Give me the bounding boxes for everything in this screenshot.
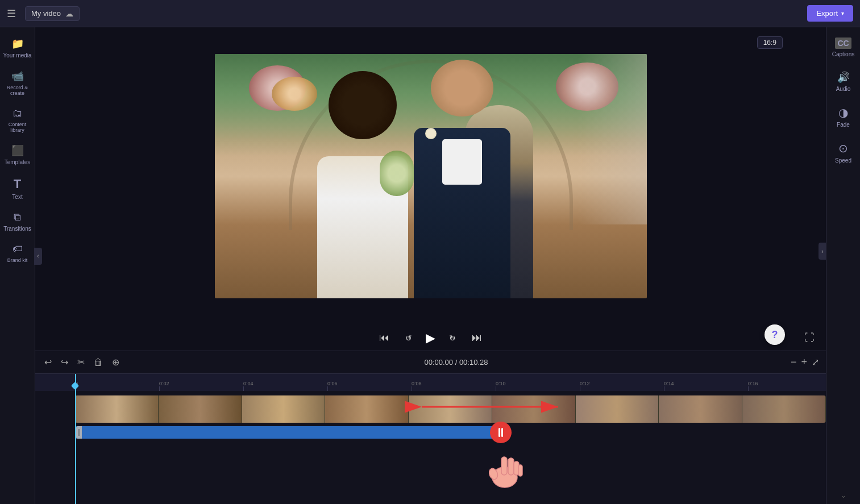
right-panel-fade[interactable]: ◑ Fade — [826, 100, 860, 134]
topbar: ☰ My video ☁ Export ▾ — [0, 0, 860, 27]
delete-button[interactable]: 🗑 — [92, 356, 105, 369]
record-create-icon: 📹 — [11, 70, 24, 82]
sidebar-label-brand-kit: Brand kit — [7, 257, 28, 263]
transitions-icon: ⧉ — [14, 211, 21, 223]
cloud-icon: ☁ — [65, 9, 73, 18]
cursor-hand-annotation — [489, 444, 523, 492]
wedding-scene — [215, 54, 647, 298]
redo-button[interactable]: ↪ — [59, 356, 70, 369]
timeline-zoom-controls: − + ⤢ — [791, 356, 819, 368]
zoom-in-button[interactable]: + — [801, 356, 807, 368]
preview-area: 16:9 — [35, 27, 826, 325]
templates-icon: ⬛ — [11, 144, 24, 157]
brand-kit-icon: 🏷 — [13, 243, 23, 255]
timeline-tracks — [35, 391, 826, 504]
timeline-timecode: 00:00.00 / 00:10.28 — [126, 358, 786, 366]
sidebar-label-content-library: Contentlibrary — [9, 122, 27, 133]
audio-track-row — [35, 426, 826, 442]
audio-icon: 🔊 — [837, 71, 850, 84]
video-preview — [215, 54, 647, 298]
export-button[interactable]: Export ▾ — [807, 5, 853, 22]
video-track[interactable] — [75, 395, 826, 423]
rewind-5s-button[interactable]: ↺ 5 — [403, 331, 414, 345]
undo-button[interactable]: ↩ — [42, 356, 54, 369]
left-sidebar: 📁 Your media 📹 Record &create 🗂 Contentl… — [0, 27, 35, 504]
timeline-area: ↩ ↪ ✂ 🗑 ⊕ 00:00.00 / 00:10.28 − + ⤢ 0 — [35, 351, 826, 504]
right-panel-expand-bottom[interactable]: ⌄ — [826, 490, 860, 499]
sidebar-item-templates[interactable]: ⬛ Templates — [0, 139, 35, 171]
sidebar-label-transitions: Transitions — [3, 226, 31, 232]
svg-point-4 — [492, 467, 517, 488]
sidebar-item-your-media[interactable]: 📁 Your media — [0, 32, 35, 64]
right-panel-captions[interactable]: CC Captions — [826, 32, 860, 63]
aspect-ratio-badge: 16:9 — [757, 36, 783, 49]
sidebar-item-transitions[interactable]: ⧉ Transitions — [0, 206, 35, 238]
zoom-out-button[interactable]: − — [791, 356, 797, 368]
video-title[interactable]: My video ☁ — [25, 6, 80, 21]
text-icon: T — [14, 177, 21, 191]
sidebar-collapse-button[interactable]: ‹ — [34, 248, 42, 265]
playback-controls: ⏮ ↺ 5 ▶ ↻ 5 ⏭ ⛶ — [35, 325, 826, 351]
forward-5s-button[interactable]: ↻ 5 — [447, 331, 458, 345]
skip-to-end-button[interactable]: ⏭ — [470, 330, 484, 346]
sidebar-item-record-create[interactable]: 📹 Record &create — [0, 64, 35, 102]
fade-icon: ◑ — [838, 106, 848, 119]
right-panel-speed[interactable]: ⊙ Speed — [826, 136, 860, 169]
captions-label: Captions — [832, 51, 854, 57]
sidebar-label-record-create: Record &create — [7, 85, 28, 96]
content-area: 16:9 — [35, 27, 826, 504]
timeline-toolbar: ↩ ↪ ✂ 🗑 ⊕ 00:00.00 / 00:10.28 − + ⤢ — [35, 351, 826, 374]
trim-handle[interactable] — [490, 422, 512, 443]
captions-icon: CC — [835, 38, 851, 49]
export-dropdown-arrow: ▾ — [841, 10, 844, 16]
add-to-timeline-button[interactable]: ⊕ — [110, 356, 122, 369]
right-panel: › CC Captions 🔊 Audio ◑ Fade ⊙ Speed ⌄ — [826, 27, 860, 504]
sidebar-item-text[interactable]: T Text — [0, 171, 35, 206]
audio-track[interactable] — [75, 426, 496, 439]
main-area: 📁 Your media 📹 Record &create 🗂 Contentl… — [0, 27, 860, 504]
content-library-icon: 🗂 — [13, 107, 23, 119]
sidebar-item-brand-kit[interactable]: 🏷 Brand kit — [0, 238, 35, 269]
help-button[interactable]: ? — [765, 324, 785, 345]
timeline-ruler: 0 0:02 0:04 0:06 0:08 0:10 0:12 0:14 — [35, 374, 826, 391]
cut-button[interactable]: ✂ — [75, 356, 87, 369]
fullscreen-button[interactable]: ⛶ — [804, 332, 815, 344]
menu-icon[interactable]: ☰ — [7, 7, 16, 20]
skip-to-start-button[interactable]: ⏮ — [377, 330, 392, 346]
svg-point-5 — [489, 467, 499, 481]
right-panel-collapse-button[interactable]: › — [819, 243, 826, 260]
svg-rect-6 — [501, 457, 507, 475]
title-text: My video — [31, 9, 61, 18]
svg-rect-7 — [508, 458, 514, 475]
video-track-row — [35, 395, 826, 424]
svg-rect-9 — [518, 465, 522, 476]
export-label: Export — [816, 9, 838, 18]
sidebar-label-templates: Templates — [5, 159, 31, 165]
play-pause-button[interactable]: ▶ — [426, 331, 435, 345]
sidebar-label-your-media: Your media — [3, 52, 31, 59]
fade-label: Fade — [837, 122, 850, 128]
zoom-fit-button[interactable]: ⤢ — [812, 357, 819, 368]
video-thumbnails — [75, 395, 826, 423]
sidebar-label-text: Text — [12, 194, 22, 200]
speed-label: Speed — [835, 157, 851, 164]
sidebar-item-content-library[interactable]: 🗂 Contentlibrary — [0, 102, 35, 139]
speed-icon: ⊙ — [838, 141, 848, 155]
svg-rect-8 — [514, 461, 519, 475]
audio-label: Audio — [836, 86, 851, 92]
right-panel-audio[interactable]: 🔊 Audio — [826, 65, 860, 98]
your-media-icon: 📁 — [11, 38, 24, 50]
